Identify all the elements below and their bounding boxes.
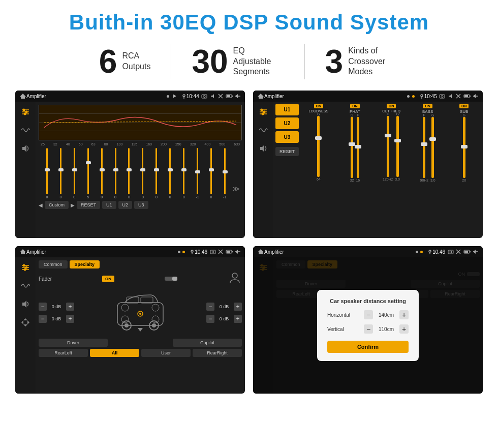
eq-slider-5[interactable]: 0 xyxy=(96,148,108,199)
svg-marker-83 xyxy=(258,249,264,254)
confirm-button[interactable]: Confirm xyxy=(327,341,409,353)
eq-icon-wave[interactable] xyxy=(19,124,32,136)
eq-reset-btn[interactable]: RESET xyxy=(77,201,100,209)
svg-marker-25 xyxy=(258,94,264,99)
fader-icon-eq[interactable] xyxy=(19,261,32,274)
fader-tab-specialty[interactable]: Specialty xyxy=(70,260,100,268)
eq-slider-2[interactable]: 0 xyxy=(54,148,67,199)
fader-icon-wave[interactable] xyxy=(19,280,32,292)
fader-dot1 xyxy=(178,251,180,253)
svg-point-18 xyxy=(25,111,28,113)
fader-status-bar: Amplifier 10:46 xyxy=(15,246,245,257)
fader-db-row-4: − 0 dB + xyxy=(206,315,242,323)
fader-icon-speaker[interactable] xyxy=(19,298,32,310)
svg-rect-35 xyxy=(470,96,471,97)
svg-point-60 xyxy=(23,264,25,267)
eq-slider-10[interactable]: 0 xyxy=(164,148,176,199)
fader-on-badge[interactable]: ON xyxy=(102,276,114,282)
eq-slider-4[interactable]: 5 xyxy=(82,148,95,199)
eq-slider-12[interactable]: -1 xyxy=(191,148,204,199)
stat-number-crossover: 3 xyxy=(325,45,344,78)
cr-icon-eq[interactable] xyxy=(257,106,269,118)
cr-u2-btn[interactable]: U2 xyxy=(275,117,299,129)
fader-plus-4[interactable]: + xyxy=(234,315,242,323)
eq-title: Amplifier xyxy=(26,94,167,99)
cr-bass-on[interactable]: ON xyxy=(423,104,432,108)
fader-tab-common[interactable]: Common xyxy=(39,260,68,268)
dlg-back-icon xyxy=(473,249,479,254)
fader-icon-arrows[interactable] xyxy=(19,316,32,328)
camera-icon xyxy=(201,94,207,99)
stat-crossover: 3 Kinds ofCrossover Modes xyxy=(305,45,420,78)
fader-minus-2[interactable]: − xyxy=(39,315,47,323)
cr-cutfreq-on[interactable]: ON xyxy=(387,104,396,108)
svg-point-5 xyxy=(203,96,205,98)
fader-minus-3[interactable]: − xyxy=(206,303,214,311)
eq-slider-14[interactable]: -1 xyxy=(219,148,231,199)
fader-plus-1[interactable]: + xyxy=(66,303,74,311)
eq-slider-8[interactable]: 0 xyxy=(136,148,149,199)
svg-point-17 xyxy=(23,109,25,111)
x-icon xyxy=(218,94,223,99)
fader-copilot-btn[interactable]: Copilot xyxy=(173,339,242,347)
eq-slider-13[interactable]: 0 xyxy=(205,148,217,199)
eq-slider-6[interactable]: 0 xyxy=(109,148,122,199)
eq-icon-active[interactable] xyxy=(19,106,32,118)
dialog-vertical-minus[interactable]: − xyxy=(364,324,373,334)
cr-icon-speaker[interactable] xyxy=(257,142,269,155)
cr-u3-btn[interactable]: U3 xyxy=(275,131,299,143)
cr-sub-on[interactable]: ON xyxy=(459,104,469,108)
fader-minus-1[interactable]: − xyxy=(39,303,47,311)
svg-marker-66 xyxy=(21,320,23,324)
cr-u1-btn[interactable]: U1 xyxy=(275,104,299,115)
cr-loudness-on[interactable]: ON xyxy=(314,104,324,108)
eq-prev-btn[interactable]: ◀ xyxy=(39,202,43,208)
eq-slider-11[interactable]: 0 xyxy=(177,148,190,199)
volume-icon xyxy=(210,94,216,99)
dlg-dot2 xyxy=(420,251,423,253)
svg-point-73 xyxy=(124,323,129,327)
stat-label-eq: EQ AdjustableSegments xyxy=(233,46,284,77)
fader-rearleft-btn[interactable]: RearLeft xyxy=(39,349,88,357)
eq-slider-1[interactable]: 0 xyxy=(41,148,53,199)
stats-row: 6 RCAOutputs 30 EQ AdjustableSegments 3 … xyxy=(15,44,483,79)
eq-dot1 xyxy=(167,95,169,98)
dialog-vertical-label: Vertical xyxy=(327,326,344,332)
eq-slider-7[interactable]: 0 xyxy=(123,148,136,199)
fader-driver-btn[interactable]: Driver xyxy=(39,339,108,347)
cr-sub-header: ON SUB xyxy=(459,104,469,114)
svg-rect-34 xyxy=(464,95,468,97)
eq-slider-9[interactable]: 0 xyxy=(150,148,163,199)
eq-custom-btn[interactable]: Custom xyxy=(45,201,69,209)
cr-home-icon xyxy=(257,93,264,99)
eq-u2-btn[interactable]: U2 xyxy=(118,201,133,209)
svg-marker-6 xyxy=(211,94,214,98)
eq-next-btn[interactable]: ▶ xyxy=(71,202,75,208)
cr-reset-btn[interactable]: RESET xyxy=(275,147,299,156)
fader-plus-3[interactable]: + xyxy=(234,303,242,311)
dialog-vertical-plus[interactable]: + xyxy=(399,324,409,334)
cr-icon-wave[interactable] xyxy=(257,124,269,136)
svg-point-68 xyxy=(232,273,237,278)
eq-slider-3[interactable]: 0 xyxy=(68,148,81,199)
dialog-horizontal-plus[interactable]: + xyxy=(399,310,409,319)
cr-title: Amplifier xyxy=(264,94,407,99)
dlg-home-icon xyxy=(257,249,264,255)
eq-icon-speaker[interactable] xyxy=(19,142,32,155)
eq-u1-btn[interactable]: U1 xyxy=(102,201,116,209)
cr-camera-icon xyxy=(439,94,445,99)
screen-eq: Amplifier 10:44 xyxy=(15,91,245,238)
fader-plus-2[interactable]: + xyxy=(66,315,74,323)
fader-minus-4[interactable]: − xyxy=(206,315,214,323)
fader-user-btn[interactable]: User xyxy=(141,349,191,357)
svg-point-29 xyxy=(441,96,443,98)
eq-u3-btn[interactable]: U3 xyxy=(134,201,148,209)
battery-icon xyxy=(226,94,233,99)
dialog-horizontal-minus[interactable]: − xyxy=(364,310,373,319)
fader-rearright-btn[interactable]: RearRight xyxy=(193,349,242,357)
fader-left-controls: − 0 dB + − 0 dB + xyxy=(39,303,74,323)
cr-location-icon xyxy=(419,94,424,99)
cr-phat-on[interactable]: ON xyxy=(350,104,360,108)
page-title: Buith-in 30EQ DSP Sound System xyxy=(15,10,483,35)
fader-all-btn[interactable]: All xyxy=(90,349,139,357)
